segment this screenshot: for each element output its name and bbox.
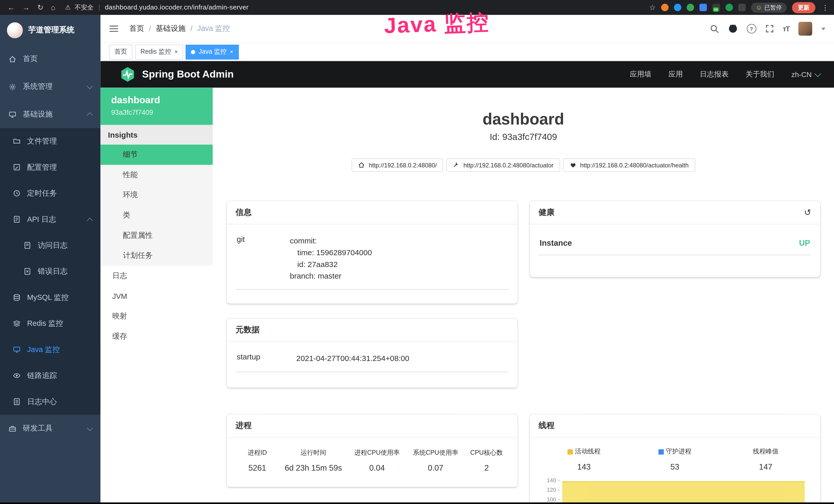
link-label: http://192.168.0.2:48080/actuator bbox=[463, 162, 553, 168]
sba-menu-configprops[interactable]: 配置属性 bbox=[101, 225, 213, 246]
help-icon[interactable]: ? bbox=[747, 24, 756, 33]
sidebar-item-redis-monitor[interactable]: Redis 监控 bbox=[0, 311, 101, 336]
health-card: 健康 ↺ Instance UP bbox=[529, 201, 820, 277]
health-instance-label: Instance bbox=[540, 238, 572, 247]
browser-forward-icon[interactable]: → bbox=[22, 4, 30, 11]
search-icon[interactable] bbox=[710, 24, 719, 33]
history-icon[interactable]: ↺ bbox=[804, 207, 811, 217]
sba-menu-caches[interactable]: 缓存 bbox=[101, 326, 213, 347]
breadcrumb-home[interactable]: 首页 bbox=[129, 24, 144, 33]
sidebar-item-scheduled-jobs[interactable]: 定时任务 bbox=[0, 180, 101, 206]
sidebar-item-api-logs[interactable]: API 日志 bbox=[0, 206, 101, 232]
avatar-caret-icon[interactable] bbox=[821, 27, 826, 30]
font-size-icon[interactable]: тT bbox=[783, 25, 789, 32]
sba-menu-logs[interactable]: 日志 bbox=[101, 266, 213, 286]
instance-subtitle: Id: 93a3fc7f7409 bbox=[213, 132, 834, 142]
sba-menu-mappings[interactable]: 映射 bbox=[101, 306, 213, 327]
extension-on-icon[interactable]: on bbox=[712, 3, 720, 11]
tab-home[interactable]: 首页 bbox=[109, 44, 133, 59]
url-text: dashboard.yudao.iocoder.cn/infra/admin-s… bbox=[105, 4, 249, 11]
sidebar-item-label: 基础设施 bbox=[23, 110, 53, 119]
sidebar-item-mysql-monitor[interactable]: MySQL 监控 bbox=[0, 284, 101, 311]
info-key: git bbox=[237, 235, 290, 282]
sba-menu-metrics[interactable]: 性能 bbox=[101, 165, 213, 185]
extension-icon-2[interactable] bbox=[674, 4, 681, 11]
user-avatar[interactable] bbox=[798, 22, 812, 36]
browser-back-icon[interactable]: ← bbox=[7, 4, 15, 11]
breadcrumb-separator: / bbox=[190, 24, 192, 33]
sba-menu-classes[interactable]: 类 bbox=[101, 205, 213, 225]
sidebar-item-file-management[interactable]: 文件管理 bbox=[0, 128, 101, 154]
close-icon[interactable]: × bbox=[174, 49, 178, 55]
sidebar-item-home[interactable]: 首页 bbox=[0, 45, 101, 73]
sidebar-item-devtools[interactable]: 研发工具 bbox=[0, 415, 101, 442]
sidebar-item-java-monitor[interactable]: Java 监控 bbox=[0, 337, 101, 363]
sidebar-item-access-logs[interactable]: 访问日志 bbox=[0, 232, 101, 258]
sba-instance-name: dashboard bbox=[111, 95, 202, 106]
process-stat: CPU核心数 2 bbox=[465, 448, 508, 472]
sidebar-item-label: 日志中心 bbox=[27, 397, 57, 407]
bookmark-star-icon[interactable]: ☆ bbox=[649, 4, 656, 11]
sba-menu-jvm[interactable]: JVM bbox=[101, 286, 213, 306]
sba-language-select[interactable]: zh-CN bbox=[791, 70, 820, 78]
metadata-value: 2021-04-27T00:44:31.254+08:00 bbox=[296, 352, 507, 364]
home-icon bbox=[358, 162, 365, 169]
git-branch-line: branch: master bbox=[290, 270, 507, 282]
sba-brand[interactable]: Spring Boot Admin bbox=[120, 67, 234, 83]
tab-redis-monitor[interactable]: Redis 监控 × bbox=[135, 44, 183, 59]
sba-menu-environment[interactable]: 环境 bbox=[101, 185, 213, 205]
close-icon[interactable]: × bbox=[230, 49, 233, 55]
sidebar-item-label: Redis 监控 bbox=[27, 319, 63, 328]
info-card-title: 信息 bbox=[236, 207, 251, 217]
tab-java-monitor[interactable]: Java 监控 × bbox=[186, 44, 239, 59]
eye-icon bbox=[13, 371, 21, 380]
process-stat: 进程ID 5261 bbox=[236, 448, 279, 472]
sba-instance-header[interactable]: dashboard 93a3fc7f7409 bbox=[101, 88, 213, 125]
error-log-icon bbox=[23, 268, 31, 275]
redis-icon bbox=[13, 320, 21, 328]
extension-icon-6[interactable] bbox=[738, 4, 746, 11]
sba-menu-details[interactable]: 细节 bbox=[101, 144, 213, 165]
hamburger-icon[interactable] bbox=[109, 25, 119, 32]
breadcrumb-current: Java 监控 bbox=[197, 24, 230, 33]
sba-instance-id: 93a3fc7f7409 bbox=[111, 108, 202, 116]
browser-update-button[interactable]: 更新 bbox=[792, 2, 815, 13]
extension-icon-3[interactable] bbox=[686, 4, 694, 11]
sidebar-item-tracing[interactable]: 链路追踪 bbox=[0, 363, 101, 388]
sidebar-item-config-management[interactable]: 配置管理 bbox=[0, 154, 101, 180]
active-threads-swatch bbox=[567, 449, 573, 455]
instance-links: http://192.168.0.2:48080/ http://192.168… bbox=[213, 158, 834, 172]
sba-menu-scheduled-tasks[interactable]: 计划任务 bbox=[101, 246, 213, 266]
instance-link-actuator[interactable]: http://192.168.0.2:48080/actuator bbox=[446, 158, 560, 172]
sidebar-item-infrastructure[interactable]: 基础设施 bbox=[0, 100, 101, 128]
sidebar-item-system[interactable]: 系统管理 bbox=[0, 73, 101, 101]
instance-title: dashboard bbox=[213, 110, 834, 128]
browser-reload-icon[interactable]: ↻ bbox=[37, 4, 43, 11]
sidebar-item-error-logs[interactable]: 错误日志 bbox=[0, 258, 101, 284]
process-stat: 系统CPU使用率 0.07 bbox=[407, 448, 465, 472]
sba-nav-journal[interactable]: 日志报表 bbox=[700, 70, 729, 79]
browser-menu-icon[interactable]: ⋮ bbox=[822, 3, 829, 11]
instance-link-health[interactable]: http://192.168.0.2:48080/actuator/health bbox=[563, 158, 695, 172]
legend-item: 活动线程 143 bbox=[539, 447, 630, 471]
sidebar-item-log-center[interactable]: 日志中心 bbox=[0, 389, 101, 415]
instance-link-root[interactable]: http://192.168.0.2:48080/ bbox=[352, 158, 443, 172]
sba-nav-wallboard[interactable]: 应用墙 bbox=[630, 70, 651, 79]
breadcrumb-section[interactable]: 基础设施 bbox=[156, 24, 186, 33]
extension-icon-4[interactable] bbox=[699, 4, 707, 11]
database-icon bbox=[13, 294, 21, 301]
address-bar[interactable]: ⚠ 不安全 | dashboard.yudao.iocoder.cn/infra… bbox=[65, 3, 249, 12]
sba-nav-applications[interactable]: 应用 bbox=[668, 70, 683, 79]
paused-badge[interactable]: ☺ 已暂停 bbox=[751, 2, 787, 12]
infrastructure-submenu: 文件管理 配置管理 定时任务 API 日志 访问日志 bbox=[0, 128, 101, 415]
app-logo[interactable]: 芋道管理系统 bbox=[0, 15, 101, 45]
breadcrumb: 首页 / 基础设施 / Java 监控 bbox=[129, 24, 230, 33]
github-icon[interactable] bbox=[728, 24, 738, 33]
sidebar-item-label: 链路追踪 bbox=[27, 371, 57, 380]
extension-icon-1[interactable] bbox=[661, 4, 668, 11]
browser-home-icon[interactable]: ⌂ bbox=[51, 4, 56, 11]
chevron-up-icon bbox=[87, 217, 93, 223]
extension-icon-5[interactable] bbox=[725, 4, 733, 11]
sba-nav-about[interactable]: 关于我们 bbox=[746, 70, 774, 79]
fullscreen-icon[interactable] bbox=[765, 24, 774, 33]
